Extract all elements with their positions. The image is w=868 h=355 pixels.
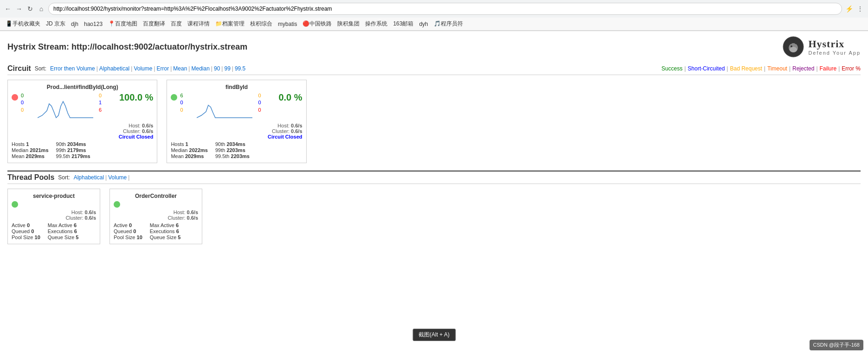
svg-point-2 xyxy=(790,47,797,52)
hystrix-logo-text: Hystrix xyxy=(808,38,861,50)
sort-median[interactable]: Median xyxy=(191,65,209,72)
bookmark-coder[interactable]: 🎵程序员符 xyxy=(432,19,465,29)
circuit-card-1-top: 6 0 0 0 0 0 0.0 % xyxy=(171,92,302,120)
forward-button[interactable]: → xyxy=(15,5,23,13)
back-button[interactable]: ← xyxy=(4,5,12,13)
circuit-card-0-top: 0 0 0 0 1 6 100.0 % xyxy=(12,92,153,120)
hystrix-logo-icon xyxy=(782,36,804,58)
legend-bad-request: Bad Request xyxy=(730,65,762,72)
circuit-sort-links: Error then Volume | Alphabetical | Volum… xyxy=(50,65,245,72)
bookmark-baidutrans[interactable]: 百度翻译 xyxy=(141,19,167,29)
circuit-card-0-status-circle xyxy=(12,94,18,101)
bookmark-railway[interactable]: 🔴中国铁路 xyxy=(301,19,334,29)
address-bar[interactable] xyxy=(48,3,842,15)
sort-error[interactable]: Error xyxy=(157,65,169,72)
circuit-card-1-svg xyxy=(197,92,252,120)
thread-card-0: service-product Host: 0.6/s Cluster: 0.6… xyxy=(7,189,100,244)
bookmark-course[interactable]: 课程详情 xyxy=(186,19,212,29)
thread-card-1-stats: Active 0 Queued 0 Pool Size 10 Max Activ… xyxy=(114,222,198,240)
legend-timeout: Timeout xyxy=(767,65,787,72)
circuit-legend: Success | Short-Circuited | Bad Request … xyxy=(662,65,861,72)
circuit-card-0-num-short: 0 xyxy=(21,99,35,106)
browser-toolbar: ← → ↻ ⌂ ⚡ ⋮ xyxy=(0,0,868,18)
legend-short-circuited: Short-Circuited xyxy=(688,65,725,72)
sort-995[interactable]: 99.5 xyxy=(235,65,245,72)
circuit-card-1-num-success: 6 xyxy=(180,92,194,99)
circuit-card-0-chart xyxy=(38,92,93,120)
circuit-card-0-circuit-status: Circuit Closed xyxy=(119,134,154,139)
bookmark-dyh[interactable]: dyh xyxy=(417,20,430,28)
page-header: Hystrix Stream: http://localhost:9002/ac… xyxy=(7,36,861,58)
bookmark-jd[interactable]: JD 京东 xyxy=(44,19,67,29)
bookmark-hao123[interactable]: hao123 xyxy=(82,20,104,28)
legend-error-pct: Error % xyxy=(842,65,861,72)
bookmark-baidu[interactable]: 百度 xyxy=(169,19,184,29)
hystrix-logo-subtitle: Defend Your App xyxy=(808,50,861,56)
circuit-card-1-num-failure: 0 xyxy=(258,107,272,114)
sort-volume[interactable]: Volume xyxy=(134,65,152,72)
sort-99[interactable]: 99 xyxy=(224,65,230,72)
legend-failure: Failure xyxy=(820,65,837,72)
extensions-button[interactable]: ⚡ xyxy=(845,5,853,13)
circuit-card-0-num-timeout: 0 xyxy=(99,92,113,99)
circuit-card-1-num-short: 0 xyxy=(180,99,194,106)
legend-rejected: Rejected xyxy=(792,65,814,72)
thread-card-0-rates: Host: 0.6/s Cluster: 0.6/s xyxy=(12,209,96,221)
circuit-cards-container: Prod...lient#findById(Long) 0 0 0 0 xyxy=(7,80,861,163)
circuit-card-1-title: findById xyxy=(171,84,302,90)
page-content: Hystrix Stream: http://localhost:9002/ac… xyxy=(0,31,868,249)
thread-card-1-top xyxy=(114,201,198,208)
bookmark-archive[interactable]: 📁档案管理 xyxy=(213,19,246,29)
sort-90[interactable]: 90 xyxy=(214,65,220,72)
thread-pools-sort-links: Alphabetical | Volume | xyxy=(74,174,131,181)
bookmark-163[interactable]: 163邮箱 xyxy=(391,19,415,29)
circuit-card-1-indicator xyxy=(171,94,177,102)
refresh-button[interactable]: ↻ xyxy=(26,5,34,13)
bookmark-baidumap[interactable]: 📍百度地图 xyxy=(106,19,139,29)
circuit-card-0-indicator xyxy=(12,94,18,102)
circuit-card-0-num-failure: 6 xyxy=(99,107,113,114)
circuit-card-1-num-rejected: 0 xyxy=(258,99,272,106)
circuit-card-0: Prod...lient#findById(Long) 0 0 0 0 xyxy=(7,80,157,163)
circuit-card-0-meta: Host: 0.6/s Cluster: 0.6/s Circuit Close… xyxy=(12,123,153,139)
circuit-sort-label: Sort: xyxy=(35,65,46,72)
circuit-card-1-num-bad: 0 xyxy=(180,107,194,114)
thread-pool-cards-container: service-product Host: 0.6/s Cluster: 0.6… xyxy=(7,189,861,244)
circuit-card-0-num-bad: 0 xyxy=(21,107,35,114)
home-button[interactable]: ⌂ xyxy=(37,5,45,13)
bookmark-shanji[interactable]: 陕积集团 xyxy=(335,19,361,29)
thread-card-0-top xyxy=(12,201,96,208)
thread-card-1-indicator xyxy=(114,201,120,208)
hystrix-logo: Hystrix Defend Your App xyxy=(782,36,861,58)
thread-sort-volume[interactable]: Volume xyxy=(108,174,127,181)
sort-alphabetical[interactable]: Alphabetical xyxy=(99,65,129,72)
menu-button[interactable]: ⋮ xyxy=(856,5,864,13)
circuit-card-1-meta: Host: 0.6/s Cluster: 0.6/s Circuit Close… xyxy=(171,123,302,139)
circuit-card-0-title: Prod...lient#findById(Long) xyxy=(12,84,153,90)
bookmark-mybatis[interactable]: mybatis xyxy=(276,20,299,28)
circuit-section-header: Circuit Sort: Error then Volume | Alphab… xyxy=(7,63,861,75)
circuit-card-0-svg xyxy=(38,92,93,120)
thread-pools-sort-label: Sort: xyxy=(58,174,70,181)
browser-chrome: ← → ↻ ⌂ ⚡ ⋮ 📱手机收藏夹 JD 京东 djh hao123 📍百度地… xyxy=(0,0,868,31)
sort-error-volume[interactable]: Error then Volume xyxy=(50,65,95,72)
bookmark-djh[interactable]: djh xyxy=(69,20,80,28)
circuit-card-1-percent: 0.0 % xyxy=(278,92,302,102)
bookmark-os[interactable]: 操作系统 xyxy=(363,19,389,29)
bookmark-shouji[interactable]: 📱手机收藏夹 xyxy=(4,19,42,29)
legend-success: Success xyxy=(662,65,682,72)
bookmark-zhiji[interactable]: 枝积综合 xyxy=(248,19,274,29)
circuit-section-title: Circuit xyxy=(7,64,31,73)
circuit-card-1-circuit-status: Circuit Closed xyxy=(268,134,302,139)
circuit-card-1: findById 6 0 0 0 0 xyxy=(167,80,306,163)
thread-card-1: OrderController Host: 0.6/s Cluster: 0.6… xyxy=(109,189,202,244)
thread-sort-alphabetical[interactable]: Alphabetical xyxy=(74,174,104,181)
circuit-card-0-stats: Hosts 1 Median 2021ms Mean 2029ms 90th 2… xyxy=(12,141,153,159)
thread-card-1-title: OrderController xyxy=(114,193,198,199)
thread-card-0-title: service-product xyxy=(12,193,96,199)
sort-mean[interactable]: Mean xyxy=(173,65,187,72)
circuit-card-1-num-timeout: 0 xyxy=(258,92,272,99)
thread-card-1-rates: Host: 0.6/s Cluster: 0.6/s xyxy=(114,209,198,221)
thread-card-0-indicator xyxy=(12,201,18,208)
circuit-card-1-stats: Hosts 1 Median 2022ms Mean 2029ms 90th 2… xyxy=(171,141,302,159)
